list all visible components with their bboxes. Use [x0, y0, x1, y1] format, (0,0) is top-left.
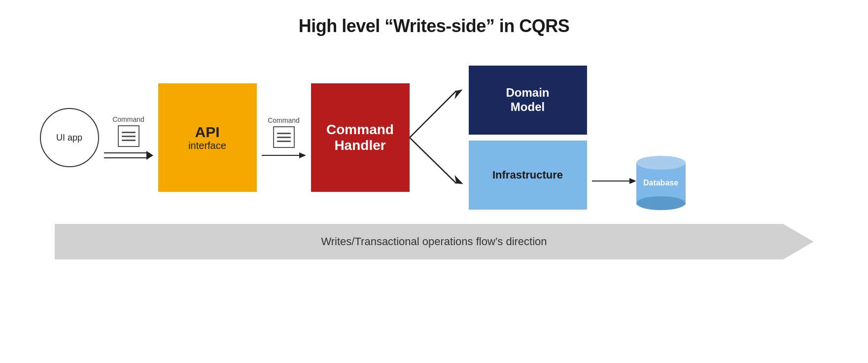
- command2-icon-line3: [277, 141, 291, 142]
- ui-app-circle: UI app: [40, 108, 99, 167]
- double-arrow-ui-api: [104, 151, 153, 160]
- svg-marker-2: [146, 151, 153, 160]
- db-top: [636, 156, 686, 170]
- database-cylinder: Database: [636, 156, 686, 210]
- command-handler-block: Command Handler: [311, 83, 410, 192]
- page-title: High level “Writes-side” in CQRS: [299, 16, 569, 36]
- command1-icon: [118, 125, 139, 147]
- command2-icon: [273, 126, 295, 148]
- command-handler-title: Command Handler: [326, 122, 394, 153]
- command1-icon-line2: [122, 136, 136, 137]
- command1-icon-line1: [122, 132, 136, 133]
- svg-line-7: [410, 138, 456, 183]
- command1-icon-line3: [122, 140, 136, 141]
- domain-model-text: Domain Model: [506, 86, 549, 114]
- command1-label: Command: [112, 115, 144, 123]
- db-bottom: [636, 196, 686, 210]
- database-label: Database: [643, 179, 678, 187]
- flow-items: UI app Command: [40, 56, 829, 219]
- ui-app-label: UI app: [56, 133, 82, 143]
- api-block: API interface: [158, 83, 257, 192]
- flow-container: UI app Command: [40, 56, 829, 219]
- infrastructure-block: Infrastructure: [469, 141, 587, 210]
- split-arrows-svg: [410, 61, 469, 214]
- arrow-infra-db: [592, 178, 636, 184]
- diagram-area: UI app Command: [0, 56, 868, 363]
- right-stack: Domain Model Infrastructure: [469, 66, 587, 210]
- arrow-api-ch: [262, 152, 306, 159]
- svg-marker-4: [299, 152, 306, 158]
- command2-icon-line2: [277, 137, 291, 138]
- api-block-title: API: [195, 124, 219, 140]
- command2-icon-line1: [277, 133, 291, 134]
- bottom-arrow-text: Writes/Transactional operations flow’s d…: [321, 235, 547, 248]
- svg-line-5: [410, 91, 456, 138]
- command2-group: Command: [268, 116, 300, 148]
- domain-model-block: Domain Model: [469, 66, 587, 135]
- arrow-ui-to-api-group: Command: [104, 115, 153, 160]
- database-group: Database: [636, 156, 686, 210]
- infrastructure-label: Infrastructure: [492, 169, 563, 182]
- api-block-sub: interface: [188, 140, 226, 151]
- arrow-api-to-ch-group: Command: [262, 116, 306, 159]
- svg-marker-10: [629, 178, 636, 184]
- bottom-arrow-shape: Writes/Transactional operations flow’s d…: [55, 224, 814, 259]
- command1-group: Command: [112, 115, 144, 147]
- command2-label: Command: [268, 116, 300, 124]
- bottom-arrow-area: Writes/Transactional operations flow’s d…: [55, 224, 814, 259]
- arrow-infra-db-group: [592, 178, 636, 184]
